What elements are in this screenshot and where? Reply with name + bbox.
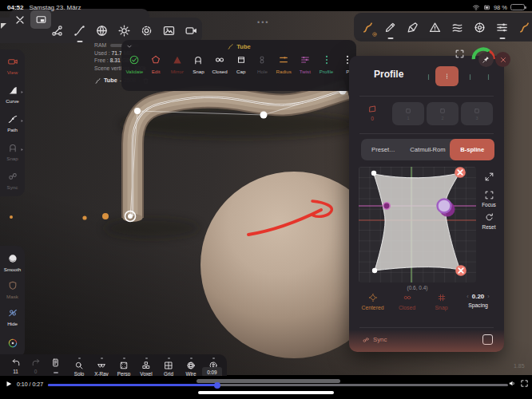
- snap-grid-icon: [437, 293, 447, 302]
- profile-mode-tab[interactable]: B-spline: [450, 139, 494, 160]
- tube-panel-button[interactable]: Radius: [273, 54, 295, 74]
- progress-handle[interactable]: [214, 382, 220, 389]
- undo-arrow-icon: [11, 358, 21, 367]
- close-window-button[interactable]: [14, 14, 26, 26]
- persp-frame-icon: [119, 361, 129, 370]
- toolbar-tool-button[interactable]: [140, 24, 153, 38]
- tube-panel-button[interactable]: Twist: [295, 54, 316, 74]
- expand-diagonal-icon[interactable]: [484, 172, 494, 182]
- profile-shape-zero[interactable]: 0: [365, 104, 379, 121]
- curve-point[interactable]: [371, 171, 376, 176]
- focus-brackets-icon[interactable]: [484, 190, 494, 200]
- progress-track[interactable]: [48, 384, 508, 386]
- sidebar-item[interactable]: Path: [0, 109, 25, 137]
- curve-point-mid[interactable]: [383, 203, 390, 209]
- increase-arrow[interactable]: ›: [487, 294, 489, 299]
- profile-shape[interactable]: [374, 173, 460, 271]
- curve-point-delete[interactable]: [455, 167, 466, 178]
- sidebar-item[interactable]: Mask: [0, 276, 25, 303]
- toolbar-tool-button[interactable]: [361, 21, 375, 34]
- mirror-triangle-icon: [172, 54, 183, 65]
- toolbar-tool-button[interactable]: [473, 21, 486, 34]
- date: Samstag 23. März: [29, 4, 81, 11]
- triangle-right-icon: [19, 118, 25, 124]
- volume-button[interactable]: [508, 379, 517, 388]
- fullscreen-arrows-icon: [455, 49, 465, 59]
- tube-squiggle-icon: [227, 43, 234, 50]
- redo-button[interactable]: 0: [26, 358, 46, 374]
- tube-panel-button[interactable]: Snap: [188, 54, 209, 74]
- sync-checkbox[interactable]: [482, 334, 493, 345]
- tube-panel-button[interactable]: Closed: [209, 54, 231, 74]
- spacing-stepper[interactable]: ‹ 0.20 › Spacing: [456, 293, 500, 308]
- device-panel-icon: [50, 358, 61, 368]
- toolbar-tool-button[interactable]: [406, 21, 419, 34]
- profile-mode-tab[interactable]: Preset…: [361, 139, 406, 160]
- home-indicator[interactable]: [198, 391, 334, 394]
- tube-panel-button[interactable]: Edit: [145, 54, 167, 74]
- profile-option-button[interactable]: Snap: [424, 293, 459, 310]
- menu-dots-button[interactable]: [485, 70, 492, 84]
- close-icon: [499, 56, 507, 64]
- menu-dots-button[interactable]: [466, 70, 474, 84]
- sidebar-item[interactable]: Snap: [0, 137, 25, 166]
- active-menu-dots-button[interactable]: [435, 66, 459, 86]
- play-button[interactable]: [5, 380, 13, 388]
- close-panel-button[interactable]: [495, 52, 510, 67]
- pin-panel-button[interactable]: [478, 52, 494, 67]
- pin-icon: [482, 55, 490, 64]
- display-toggle-button[interactable]: Wire: [180, 358, 202, 377]
- tube-panel-button[interactable]: Validate: [124, 54, 145, 74]
- sidebar-item[interactable]: [0, 330, 25, 358]
- player-fullscreen-button[interactable]: [520, 379, 529, 388]
- curve-point-delete[interactable]: [455, 265, 466, 276]
- profile-slot-button[interactable]: 1: [392, 102, 424, 125]
- menu-dots-button[interactable]: [425, 70, 432, 84]
- toolbar-tool-button[interactable]: [495, 21, 509, 34]
- sidebar-item[interactable]: Sync: [0, 166, 25, 195]
- decrease-arrow[interactable]: ‹: [466, 294, 468, 299]
- toolbar-tool-button[interactable]: [95, 24, 109, 38]
- undo-button[interactable]: 11: [6, 358, 26, 374]
- fullscreen-button[interactable]: [455, 49, 465, 59]
- display-toggle-button[interactable]: Persp: [113, 358, 135, 377]
- multitasking-indicator[interactable]: •••: [257, 18, 269, 26]
- cap-icon: [236, 54, 247, 65]
- topology-nodes-icon: [50, 24, 64, 38]
- toolbar-tool-button[interactable]: [185, 24, 198, 38]
- device-panel-button[interactable]: [46, 358, 66, 373]
- tube-shadow-2: [104, 218, 200, 239]
- tube-panel-button[interactable]: Cap: [230, 54, 252, 74]
- profile-option-button[interactable]: Closed: [390, 293, 424, 310]
- profile-slot-button[interactable]: 2: [427, 102, 459, 125]
- toolbar-tool-button[interactable]: [117, 24, 131, 38]
- toolbar-tool-button[interactable]: [451, 21, 464, 34]
- display-toggle-button[interactable]: Voxel: [135, 358, 157, 377]
- toolbar-tool-button[interactable]: [162, 24, 176, 38]
- sidebar-item[interactable]: Smooth: [0, 249, 25, 276]
- display-toggle-button[interactable]: Grid: [157, 358, 180, 377]
- reset-circular-icon[interactable]: [484, 212, 494, 223]
- display-toggle-button[interactable]: X-Ray: [90, 358, 113, 377]
- toolbar-tool-button[interactable]: [50, 24, 64, 38]
- expand-dot: [168, 358, 170, 359]
- tube-panel-button[interactable]: Mirror: [166, 54, 188, 74]
- profile-option-button[interactable]: Centered: [355, 293, 390, 310]
- gizmo-color-icon: [7, 338, 18, 349]
- profile-slot-button[interactable]: 3: [461, 102, 493, 125]
- toolbar-tool-button[interactable]: [518, 21, 531, 34]
- tube-panel-button[interactable]: Profile: [316, 54, 337, 74]
- display-toggle-button[interactable]: Solo: [68, 358, 90, 377]
- toolbar-tool-button[interactable]: [383, 21, 397, 34]
- sidebar-item[interactable]: Curve: [0, 80, 25, 109]
- curve-editor[interactable]: [359, 167, 476, 282]
- selected-curve-point[interactable]: [438, 200, 451, 213]
- toolbar-tool-button[interactable]: [428, 21, 442, 34]
- sidebar-item[interactable]: Hide: [0, 303, 25, 330]
- toolbar-tool-button[interactable]: [73, 24, 86, 38]
- curve-point[interactable]: [372, 268, 377, 273]
- sidebar-item[interactable]: View: [0, 51, 25, 80]
- tube-panel-button[interactable]: Hole: [252, 54, 273, 74]
- profile-mode-tab[interactable]: Catmull-Rom: [406, 139, 451, 160]
- magnet-icon: [193, 54, 204, 65]
